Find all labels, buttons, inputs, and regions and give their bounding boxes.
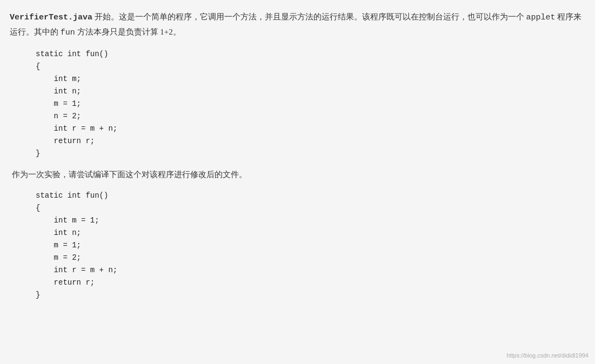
intro-text-3: 方法本身只是负责计算 1+2。 <box>75 28 181 36</box>
intro-text-1: 开始。这是一个简单的程序，它调用一个方法，并且显示方法的运行结果。该程序既可以在… <box>92 12 526 21</box>
separator-paragraph: 作为一次实验，请尝试编译下面这个对该程序进行修改后的文件。 <box>10 167 582 181</box>
code-block-2: static int fun() { int m = 1; int n; m =… <box>10 190 582 302</box>
watermark: https://blog.csdn.net/dididl1994 <box>506 352 589 359</box>
code-block-1: static int fun() { int m; int n; m = 1; … <box>10 48 582 160</box>
inline-applet: applet <box>526 13 556 22</box>
inline-fun: fun <box>61 28 75 37</box>
filename: VerifierTest.java <box>10 13 92 22</box>
intro-paragraph: VerifierTest.java 开始。这是一个简单的程序，它调用一个方法，并… <box>10 10 582 41</box>
separator-text: 作为一次实验，请尝试编译下面这个对该程序进行修改后的文件。 <box>12 170 247 179</box>
